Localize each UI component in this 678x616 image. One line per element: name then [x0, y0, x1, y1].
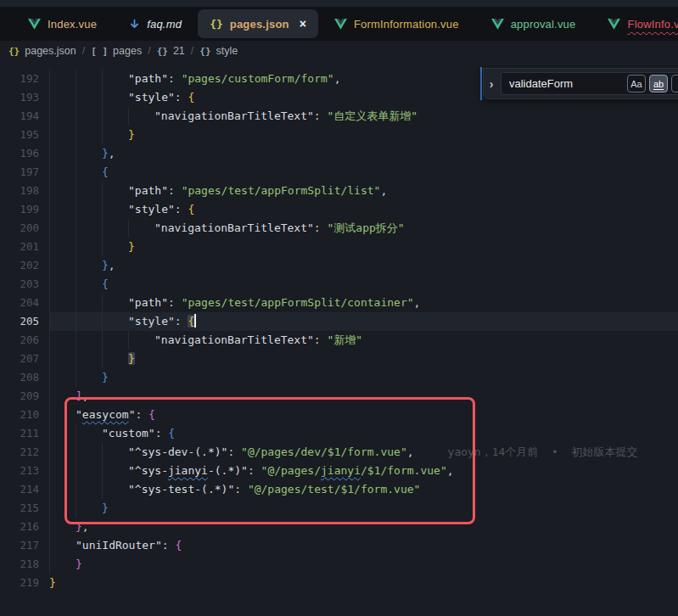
- breadcrumb-item-pages-json[interactable]: {}pages.json: [8, 45, 76, 57]
- code-token: ,: [82, 520, 89, 533]
- code-token: :: [175, 91, 188, 104]
- code-token: {: [148, 408, 155, 421]
- code-line-208[interactable]: 208}: [0, 368, 678, 387]
- tab-faq-md[interactable]: faq.md: [113, 9, 198, 38]
- tab-flowinfo-vu[interactable]: FlowInfo.vu: [591, 9, 678, 38]
- code-line-212[interactable]: 212"^sys-dev-(.*)": "@/pages/dev/$1/form…: [0, 443, 678, 462]
- indent-guide: [102, 462, 128, 480]
- code-token: "@/pages/dev/$1/form.vue": [241, 445, 407, 458]
- regex-button[interactable]: .*: [671, 75, 678, 92]
- indent-guide: [102, 219, 128, 238]
- indent-guide: [76, 238, 102, 256]
- indent-guide: [49, 238, 76, 256]
- line-content: "path": "pages/test/appFormSplit/list",: [49, 182, 678, 200]
- code-line-218[interactable]: 218}: [0, 555, 678, 574]
- indent-guide: [102, 88, 128, 107]
- code-line-213[interactable]: 213"^sys-jianyi-(.*)": "@/pages/jianyi/$…: [0, 462, 678, 480]
- indent-guide: [76, 219, 102, 238]
- code-token: "uniIdRouter": [76, 539, 162, 552]
- code-line-206[interactable]: 206"navigationBarTitleText": "新增": [0, 331, 678, 350]
- indent-guide: [102, 126, 128, 144]
- code-line-198[interactable]: 198"path": "pages/test/appFormSplit/list…: [0, 182, 678, 200]
- code-token: "^sys-: [128, 464, 168, 477]
- indent-guide: [49, 480, 76, 499]
- code-line-196[interactable]: 196},: [0, 144, 678, 163]
- indent-guide: [76, 275, 102, 294]
- editor[interactable]: 192"path": "pages/customForm/form",193"s…: [0, 61, 678, 616]
- line-number: 200: [0, 219, 49, 238]
- code-token: "pages/test/appFormSplit/list": [182, 184, 381, 197]
- match-case-button[interactable]: Aa: [627, 75, 646, 92]
- code-line-199[interactable]: 199"style": {: [0, 200, 678, 219]
- tab-approval-vue[interactable]: approval.vue: [475, 9, 592, 38]
- tab-pages-json[interactable]: {}pages.json×: [198, 9, 318, 38]
- tab-forminformation-vue[interactable]: FormInformation.vue: [318, 9, 475, 38]
- breadcrumb-item-style[interactable]: {}style: [199, 45, 238, 57]
- code-line-209[interactable]: 209],: [0, 387, 678, 406]
- tab-label: faq.md: [147, 18, 182, 31]
- breadcrumb-item-pages[interactable]: [ ]pages: [91, 45, 142, 57]
- code-token: }: [76, 520, 82, 533]
- breadcrumb-label: 21: [173, 45, 185, 57]
- code-token: :: [155, 427, 169, 440]
- code-token: {: [175, 539, 182, 552]
- code-line-202[interactable]: 202},: [0, 256, 678, 275]
- indent-guide: [49, 200, 76, 219]
- code-line-219[interactable]: 219}: [0, 574, 678, 592]
- line-number: 196: [0, 144, 49, 163]
- indent-guide: [49, 256, 76, 275]
- indent-guide: [76, 368, 102, 387]
- code-line-217[interactable]: 217"uniIdRouter": {: [0, 536, 678, 555]
- whole-word-button[interactable]: ab: [649, 75, 668, 92]
- code-token: :: [314, 109, 328, 122]
- code-token: }: [102, 501, 109, 514]
- code-line-210[interactable]: 210"easycom": {: [0, 406, 678, 424]
- breadcrumb-separator: /: [82, 45, 85, 57]
- code-line-203[interactable]: 203{: [0, 275, 678, 294]
- indent-guide: [49, 499, 76, 518]
- code-token: :: [314, 221, 328, 234]
- line-number: 199: [0, 200, 49, 219]
- code-line-204[interactable]: 204"path": "pages/test/appFormSplit/cont…: [0, 294, 678, 312]
- find-expand-chevron-icon[interactable]: ›: [484, 77, 499, 91]
- code-token: "navigationBarTitleText": [154, 109, 314, 122]
- code-token: }: [102, 147, 109, 160]
- line-content: }: [49, 499, 678, 518]
- find-widget-sash[interactable]: [480, 67, 482, 100]
- code-line-194[interactable]: 194"navigationBarTitleText": "自定义表单新增": [0, 107, 678, 126]
- code-token: "style": [128, 91, 175, 104]
- line-content: }: [49, 368, 678, 387]
- tab-index-vue[interactable]: Index.vue: [12, 9, 113, 38]
- code-line-211[interactable]: 211"custom": {: [0, 424, 678, 443]
- code-line-197[interactable]: 197{: [0, 163, 678, 182]
- indent-guide: [76, 256, 102, 275]
- find-input[interactable]: validateForm Aa ab .*: [501, 72, 678, 95]
- line-content: },: [49, 518, 678, 536]
- find-query-text[interactable]: validateForm: [509, 77, 624, 90]
- tab-close-icon[interactable]: ×: [300, 18, 306, 30]
- code-line-216[interactable]: 216},: [0, 518, 678, 536]
- indent-guide: [102, 443, 128, 462]
- code-line-195[interactable]: 195}: [0, 126, 678, 144]
- line-number: 192: [0, 70, 49, 88]
- code-token: -(.*)": [208, 464, 248, 477]
- line-number: 206: [0, 331, 49, 350]
- code-token: "^sys-dev-(.*)": [128, 445, 227, 458]
- code-token: :: [175, 315, 188, 328]
- line-content: "uniIdRouter": {: [49, 536, 678, 555]
- code-line-201[interactable]: 201}: [0, 238, 678, 256]
- indent-guide: [102, 350, 128, 368]
- indent-guide: [49, 294, 76, 312]
- code-line-214[interactable]: 214"^sys-test-(.*)": "@/pages/test/$1/fo…: [0, 480, 678, 499]
- code-line-207[interactable]: 207}: [0, 350, 678, 368]
- breadcrumb-item-21[interactable]: {}21: [157, 45, 185, 57]
- code-line-215[interactable]: 215}: [0, 499, 678, 518]
- code-token: "path": [128, 72, 168, 85]
- code-line-200[interactable]: 200"navigationBarTitleText": "测试app拆分": [0, 219, 678, 238]
- line-number: 195: [0, 126, 49, 144]
- code-line-205[interactable]: 205"style": {: [0, 312, 678, 331]
- line-content: "^sys-test-(.*)": "@/pages/test/$1/form.…: [49, 480, 678, 499]
- indent-guide: [49, 163, 76, 182]
- line-number: 201: [0, 238, 49, 256]
- line-number: 197: [0, 163, 49, 182]
